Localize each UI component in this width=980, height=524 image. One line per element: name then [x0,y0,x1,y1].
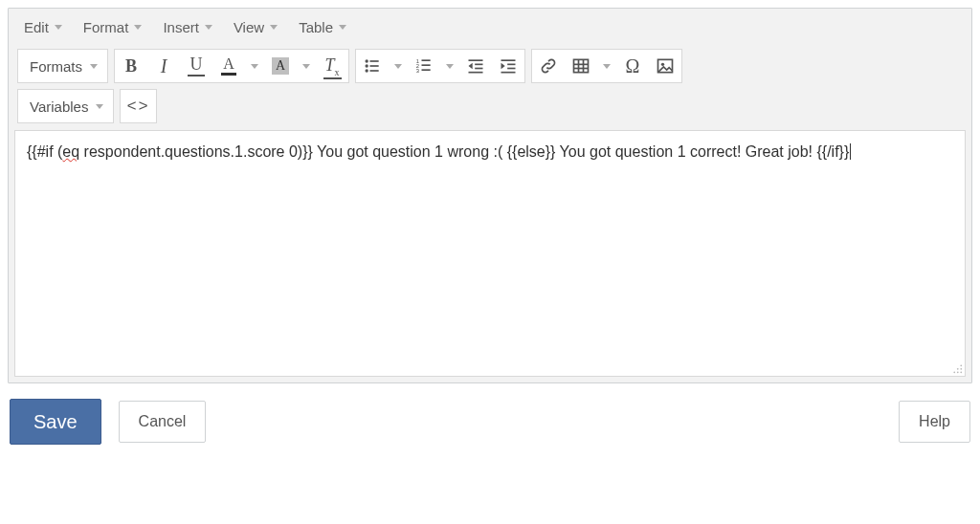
number-list-dropdown[interactable] [440,50,459,82]
svg-rect-1 [370,60,379,62]
bold-icon: B [125,57,137,75]
caret-down-icon [90,64,98,69]
footer-actions: Save Cancel Help [8,399,972,445]
underline-button[interactable]: U [180,50,212,82]
formats-dropdown[interactable]: Formats [18,50,107,82]
caret-down-icon [603,64,611,69]
font-color-icon: A [221,56,236,76]
font-color-button[interactable]: A [212,50,245,82]
svg-rect-7 [422,59,431,61]
toolgroup-text-style: B I U A A [114,49,349,83]
variables-label: Variables [30,98,88,115]
svg-point-0 [366,59,368,62]
help-button[interactable]: Help [899,401,970,443]
menubar: Edit Format Insert View Table [9,9,971,44]
content-editable[interactable]: {{#if (eq respondent.questions.1.score 0… [15,131,965,376]
clear-format-button[interactable]: Tx [316,50,348,82]
special-char-button[interactable]: Ω [616,50,649,82]
image-icon [656,56,675,76]
svg-marker-16 [469,63,473,70]
table-dropdown[interactable] [597,50,616,82]
svg-rect-12 [469,59,483,61]
bullet-list-dropdown[interactable] [389,50,408,82]
svg-rect-14 [475,68,482,70]
caret-down-icon [302,64,310,69]
svg-rect-9 [422,64,431,66]
toolgroup-insert: Ω [531,49,682,83]
indent-button[interactable] [492,50,524,82]
svg-rect-20 [501,72,516,74]
svg-rect-17 [501,59,516,61]
svg-rect-5 [370,70,379,72]
font-color-dropdown[interactable] [245,50,264,82]
svg-point-28 [661,63,664,66]
svg-rect-22 [574,59,589,72]
caret-down-icon [96,104,103,109]
menu-table[interactable]: Table [289,14,356,40]
svg-point-33 [957,371,959,373]
variables-dropdown[interactable]: Variables [18,90,113,122]
content-text-pre: {{#if ( [27,143,62,160]
number-list-icon: 1 2 3 [414,56,434,76]
indent-icon [499,56,518,76]
content-text-rest: respondent.questions.1.score 0)}} You go… [79,143,849,160]
outdent-icon [466,56,485,76]
svg-point-32 [953,371,955,373]
highlight-color-dropdown[interactable] [297,50,316,82]
link-icon [539,56,558,76]
menu-view[interactable]: View [224,14,287,40]
caret-down-icon [339,25,346,30]
cancel-button[interactable]: Cancel [119,401,207,443]
resize-handle-icon[interactable] [949,360,963,374]
menu-format-label: Format [83,19,129,35]
image-button[interactable] [649,50,681,82]
svg-rect-13 [475,64,482,66]
svg-point-2 [366,64,368,67]
formats-label: Formats [30,58,82,75]
bullet-list-button[interactable] [356,50,389,82]
outdent-button[interactable] [459,50,492,82]
source-code-button[interactable]: <> [121,90,155,122]
spellcheck-error-word: eq [62,143,79,160]
cancel-label: Cancel [139,413,187,430]
number-list-button[interactable]: 1 2 3 [408,50,440,82]
caret-down-icon [55,25,62,30]
highlight-icon: A [272,57,289,75]
toolgroup-variables: Variables [17,89,114,123]
svg-rect-19 [507,68,515,70]
bold-button[interactable]: B [115,50,147,82]
menu-format[interactable]: Format [74,14,152,40]
caret-down-icon [251,64,258,69]
highlight-color-button[interactable]: A [264,50,297,82]
omega-icon: Ω [626,55,640,77]
menu-edit[interactable]: Edit [14,14,72,40]
svg-point-34 [960,371,962,373]
svg-point-4 [366,69,368,72]
svg-point-31 [960,368,962,370]
table-icon [571,56,590,76]
link-button[interactable] [532,50,565,82]
save-label: Save [33,411,78,433]
svg-text:3: 3 [416,68,419,74]
svg-rect-15 [469,72,483,74]
menu-insert-label: Insert [163,19,199,35]
underline-icon: U [188,55,205,76]
bullet-list-icon [363,56,382,76]
svg-point-29 [960,364,962,366]
text-cursor [850,143,851,160]
menu-table-label: Table [299,19,333,35]
table-button[interactable] [565,50,597,82]
toolbar: Formats B I U A [9,44,971,130]
caret-down-icon [394,64,402,69]
menu-edit-label: Edit [24,19,49,35]
code-icon: <> [126,98,149,116]
italic-icon: I [161,56,167,76]
italic-button[interactable]: I [147,50,180,82]
rich-text-editor: Edit Format Insert View Table Formats [8,8,972,383]
save-button[interactable]: Save [10,399,101,445]
svg-marker-21 [501,63,505,70]
svg-rect-3 [370,65,379,67]
toolgroup-formats: Formats [17,49,108,83]
svg-rect-18 [507,64,515,66]
menu-insert[interactable]: Insert [153,14,222,40]
